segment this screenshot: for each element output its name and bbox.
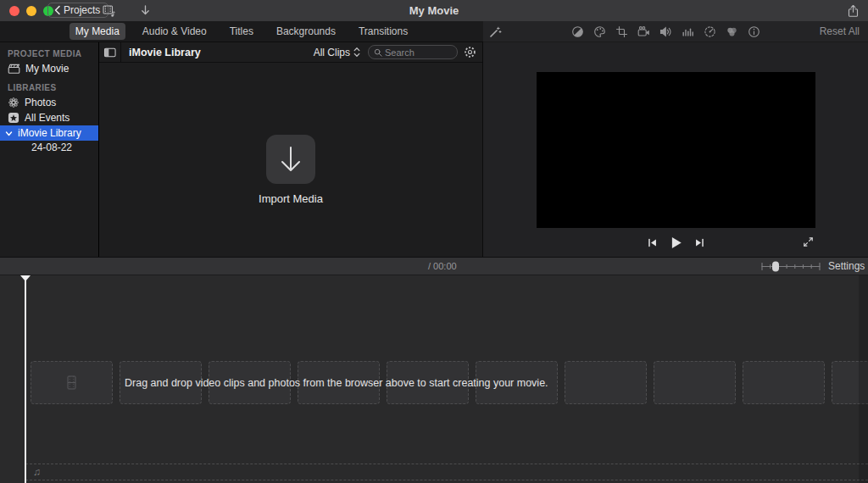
effects-icon[interactable] <box>726 25 738 38</box>
timeline-zoom-slider[interactable] <box>760 260 821 273</box>
adjustment-icons <box>571 25 760 38</box>
browser-header: iMovie Library All Clips <box>99 42 482 63</box>
import-media-label: Import Media <box>259 192 323 205</box>
clips-filter-dropdown[interactable]: All Clips <box>314 47 361 58</box>
color-correction-icon[interactable] <box>593 25 606 38</box>
music-note-icon: ♫ <box>33 466 41 478</box>
timeline-drop-hint: Drag and drop video clips and photos fro… <box>125 377 548 389</box>
star-events-icon <box>8 112 19 124</box>
browser-title: iMovie Library <box>129 47 201 58</box>
sidebar-item-label: My Movie <box>25 63 69 75</box>
timeline[interactable]: Drag and drop video clips and photos fro… <box>0 275 868 483</box>
sidebar-item-label: All Events <box>25 112 70 124</box>
viewer-panel <box>483 42 868 257</box>
gear-icon[interactable] <box>464 46 476 58</box>
tab-backgrounds[interactable]: Backgrounds <box>270 23 342 40</box>
sidebar-toggle-icon[interactable] <box>99 42 121 62</box>
tab-transitions[interactable]: Transitions <box>353 23 414 40</box>
stabilization-camera-icon[interactable] <box>637 25 650 38</box>
clips-filter-label: All Clips <box>314 47 350 58</box>
zoom-slider-thumb <box>772 262 779 272</box>
import-media-button[interactable] <box>266 135 315 184</box>
tab-my-media[interactable]: My Media <box>70 23 125 40</box>
browser-body: Import Media <box>99 63 482 205</box>
photos-flower-icon <box>8 97 19 108</box>
libraries-header: LIBRARIES <box>0 81 98 95</box>
sidebar-item-photos[interactable]: Photos <box>0 95 98 110</box>
sidebar-item-imovie-library[interactable]: iMovie Library <box>0 125 98 141</box>
noise-reduction-icon[interactable] <box>682 25 694 38</box>
background-music-well: ♫ <box>25 464 868 480</box>
clip-slot <box>565 361 647 404</box>
playhead-line[interactable] <box>25 275 26 483</box>
window-title: My Movie <box>0 0 868 21</box>
skip-to-end-button[interactable] <box>694 237 705 248</box>
search-field[interactable] <box>368 45 458 59</box>
sidebar-item-my-movie[interactable]: My Movie <box>0 61 98 76</box>
share-icon[interactable] <box>847 4 860 18</box>
sidebar-item-label: iMovie Library <box>18 127 81 139</box>
project-media-header: PROJECT MEDIA <box>0 47 98 61</box>
transport-controls <box>615 236 737 250</box>
updown-chevrons-icon <box>353 47 361 58</box>
timeline-toolbar: / 00:00 Settings <box>0 257 868 275</box>
tab-audio-video[interactable]: Audio & Video <box>136 23 213 40</box>
crop-icon[interactable] <box>615 25 628 38</box>
titlebar: Projects My Movie <box>0 0 868 21</box>
time-display: / 00:00 <box>428 258 457 275</box>
imovie-window: Projects My Movie My Media Au <box>0 0 868 483</box>
clip-slot <box>654 361 736 404</box>
sidebar-item-event-24-08-22[interactable]: 24-08-22 <box>0 141 98 154</box>
reset-all-button[interactable]: Reset All <box>820 21 860 42</box>
media-browser: iMovie Library All Clips <box>99 42 483 257</box>
clip-slot <box>31 361 113 404</box>
playhead-handle[interactable] <box>20 275 31 281</box>
sidebar-item-label: Photos <box>25 97 56 108</box>
clapperboard-icon <box>8 63 20 75</box>
chevron-down-icon[interactable] <box>5 130 13 137</box>
search-input[interactable] <box>385 47 452 58</box>
skip-to-start-button[interactable] <box>647 237 658 248</box>
video-preview[interactable] <box>537 72 815 228</box>
sidebar: PROJECT MEDIA My Movie LIBRARIES <box>0 42 99 257</box>
media-tabs: My Media Audio & Video Titles Background… <box>0 21 483 42</box>
clip-slot <box>743 361 825 404</box>
fullscreen-icon[interactable] <box>802 236 815 248</box>
settings-button[interactable]: Settings <box>828 258 865 275</box>
speed-icon[interactable] <box>704 25 716 38</box>
tab-titles[interactable]: Titles <box>224 23 259 40</box>
download-arrow-icon <box>276 144 305 175</box>
film-strip-icon <box>66 375 77 390</box>
color-balance-icon[interactable] <box>571 25 584 38</box>
sidebar-item-all-events[interactable]: All Events <box>0 110 98 125</box>
play-button[interactable] <box>669 236 683 250</box>
search-icon <box>374 48 382 57</box>
auto-enhance-wand-icon[interactable] <box>489 25 502 38</box>
info-icon[interactable] <box>748 25 760 38</box>
viewer-toolbar: Reset All <box>483 21 868 42</box>
volume-icon[interactable] <box>659 25 672 38</box>
timeline-scrollbar[interactable] <box>859 275 868 483</box>
